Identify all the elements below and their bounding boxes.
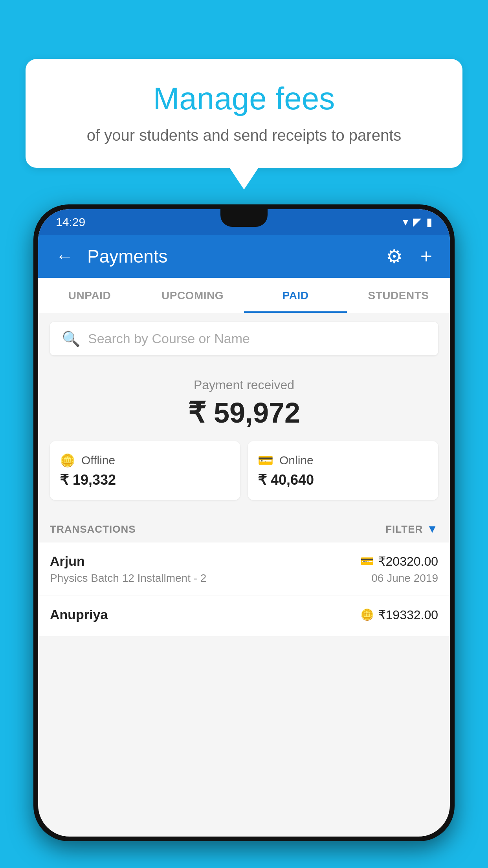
back-button[interactable]: ← <box>52 242 77 270</box>
status-icons: ▾ ◤ ▮ <box>403 215 432 228</box>
signal-icon: ◤ <box>413 215 422 228</box>
filter-icon: ▼ <box>427 523 438 535</box>
phone-screen: 14:29 ▾ ◤ ▮ ← Payments ⚙ + UNPAID <box>38 209 450 837</box>
speech-bubble-container: Manage fees of your students and send re… <box>26 59 462 168</box>
transactions-label: TRANSACTIONS <box>50 523 136 535</box>
transaction-date: 06 June 2019 <box>371 572 438 585</box>
status-bar: 14:29 ▾ ◤ ▮ <box>38 209 450 235</box>
speech-bubble-title: Manage fees <box>49 81 439 117</box>
payment-received-label: Payment received <box>50 378 438 392</box>
search-icon: 🔍 <box>62 330 80 348</box>
filter-button[interactable]: FILTER ▼ <box>385 523 438 535</box>
status-time: 14:29 <box>56 215 85 229</box>
speech-bubble-subtitle: of your students and send receipts to pa… <box>49 127 439 144</box>
speech-bubble: Manage fees of your students and send re… <box>26 59 462 168</box>
student-name: Anupriya <box>50 607 108 622</box>
offline-label: Offline <box>81 454 115 467</box>
transaction-bottom: Physics Batch 12 Installment - 2 06 June… <box>50 572 438 585</box>
page-title: Payments <box>87 246 372 267</box>
amount-wrap: 🪙 ₹19332.00 <box>360 607 438 622</box>
tab-unpaid[interactable]: UNPAID <box>38 278 141 313</box>
phone: 14:29 ▾ ◤ ▮ ← Payments ⚙ + UNPAID <box>33 204 455 841</box>
payment-type-icon: 🪙 <box>360 608 374 621</box>
app-bar: ← Payments ⚙ + <box>38 235 450 278</box>
wifi-icon: ▾ <box>403 215 408 228</box>
offline-amount: ₹ 19,332 <box>60 472 230 488</box>
transactions-header: TRANSACTIONS FILTER ▼ <box>38 512 450 542</box>
transaction-amount: ₹20320.00 <box>378 554 438 569</box>
offline-payment-card: 🪙 Offline ₹ 19,332 <box>50 441 240 500</box>
filter-label: FILTER <box>385 523 423 535</box>
online-card-header: 💳 Online <box>258 453 428 468</box>
tab-students[interactable]: STUDENTS <box>347 278 450 313</box>
search-bar[interactable]: 🔍 Search by Course or Name <box>50 322 438 355</box>
transaction-top: Anupriya 🪙 ₹19332.00 <box>50 607 438 622</box>
cash-icon: 🪙 <box>60 453 75 468</box>
offline-card-header: 🪙 Offline <box>60 453 230 468</box>
tabs: UNPAID UPCOMING PAID STUDENTS <box>38 278 450 313</box>
amount-wrap: 💳 ₹20320.00 <box>360 554 438 569</box>
payment-type-icon: 💳 <box>360 555 374 568</box>
online-payment-card: 💳 Online ₹ 40,640 <box>248 441 438 500</box>
settings-button[interactable]: ⚙ <box>382 241 407 271</box>
transaction-list: Arjun 💳 ₹20320.00 Physics Batch 12 Insta… <box>38 542 450 637</box>
notch <box>220 209 268 227</box>
phone-container: 14:29 ▾ ◤ ▮ ← Payments ⚙ + UNPAID <box>33 204 455 868</box>
table-row[interactable]: Arjun 💳 ₹20320.00 Physics Batch 12 Insta… <box>38 542 450 596</box>
card-icon: 💳 <box>258 453 273 468</box>
search-input[interactable]: Search by Course or Name <box>88 331 250 346</box>
battery-icon: ▮ <box>426 215 432 228</box>
add-button[interactable]: + <box>416 241 436 272</box>
student-name: Arjun <box>50 554 85 569</box>
tab-upcoming[interactable]: UPCOMING <box>141 278 244 313</box>
table-row[interactable]: Anupriya 🪙 ₹19332.00 <box>38 596 450 637</box>
payment-cards: 🪙 Offline ₹ 19,332 💳 Online ₹ 40,640 <box>50 441 438 500</box>
payment-summary: Payment received ₹ 59,972 🪙 Offline ₹ 19… <box>38 364 450 512</box>
transaction-amount: ₹19332.00 <box>378 607 438 622</box>
transaction-course: Physics Batch 12 Installment - 2 <box>50 572 206 585</box>
payment-total-amount: ₹ 59,972 <box>50 396 438 429</box>
search-bar-container: 🔍 Search by Course or Name <box>38 313 450 364</box>
transaction-top: Arjun 💳 ₹20320.00 <box>50 554 438 569</box>
online-label: Online <box>279 454 314 467</box>
online-amount: ₹ 40,640 <box>258 472 428 488</box>
tab-paid[interactable]: PAID <box>244 278 347 313</box>
